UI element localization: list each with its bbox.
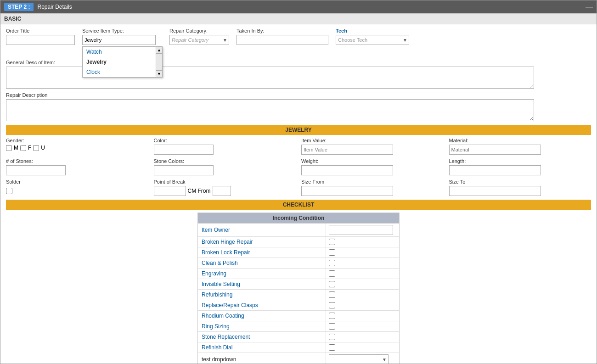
rhodium-value: [326, 311, 399, 321]
cm-from-input[interactable]: [213, 186, 231, 196]
item-value-input[interactable]: [301, 145, 393, 155]
replace-clasps-label: Replace/Repair Clasps: [198, 300, 326, 310]
checklist-row-rhodium: Rhodium Coating: [198, 311, 399, 321]
stone-colors-label: Stone Colors:: [154, 158, 296, 164]
main-content: Order Title Service Item Type: Jewelry W…: [0, 24, 597, 364]
weight-group: Weight:: [301, 158, 444, 175]
refinish-dial-checkbox[interactable]: [329, 344, 335, 351]
item-owner-input[interactable]: [329, 225, 393, 235]
checklist-wrapper: Incoming Condition Item Owner Broken Hin…: [6, 213, 591, 364]
engraving-checkbox[interactable]: [329, 270, 335, 277]
point-of-break-row: CM From: [154, 186, 296, 196]
stones-label: # of Stones:: [6, 158, 148, 164]
point-of-break-input[interactable]: [154, 186, 186, 196]
broken-hinge-checkbox[interactable]: [329, 239, 335, 245]
service-item-type-group: Service Item Type: Jewelry Watch Clock W…: [82, 28, 160, 45]
checklist-row-broken-lock: Broken Lock Repair: [198, 247, 399, 258]
test-dropdown-label: test dropdown: [198, 353, 326, 364]
jewelry-row1: Gender: M F U Color: Item Value: Ma: [6, 138, 591, 155]
jewelry-row3: Solder Point of Break CM From Size From …: [6, 179, 591, 196]
rhodium-checkbox[interactable]: [329, 313, 335, 319]
dropdown-scroll-down[interactable]: ▼: [156, 70, 162, 77]
ring-sizing-value: [326, 321, 399, 331]
ring-sizing-checkbox[interactable]: [329, 323, 335, 330]
weight-label: Weight:: [301, 158, 444, 164]
size-from-input[interactable]: [301, 186, 393, 196]
point-of-break-label: Point of Break: [154, 179, 296, 185]
checklist-row-replace-clasps: Replace/Repair Clasps: [198, 300, 399, 311]
refurbishing-checkbox[interactable]: [329, 291, 335, 298]
dropdown-item-clock[interactable]: Clock: [83, 67, 156, 77]
tech-select[interactable]: Choose Tech: [336, 35, 409, 45]
taken-in-by-input[interactable]: [237, 35, 328, 45]
checklist-row-engraving: Engraving: [198, 269, 399, 279]
test-dropdown-select[interactable]: [329, 354, 389, 364]
length-input[interactable]: [449, 165, 541, 175]
stones-group: # of Stones:: [6, 158, 148, 175]
broken-lock-checkbox[interactable]: [329, 249, 335, 256]
checklist-row-invisible-setting: Invisible Setting: [198, 279, 399, 290]
taken-in-by-label: Taken In By:: [237, 28, 328, 34]
material-input[interactable]: [449, 145, 541, 155]
gender-u-checkbox[interactable]: [33, 145, 39, 151]
color-group: Color:: [154, 138, 296, 155]
stone-colors-group: Stone Colors:: [154, 158, 296, 175]
item-value-group: Item Value:: [301, 138, 444, 155]
checklist-row-refinish-dial: Refinish Dial: [198, 342, 399, 353]
length-group: Length:: [449, 158, 591, 175]
replace-clasps-checkbox[interactable]: [329, 302, 335, 308]
repair-category-label: Repair Category:: [169, 28, 229, 34]
solder-checkbox[interactable]: [6, 188, 12, 194]
step-badge: STEP 2 :: [4, 3, 34, 11]
size-to-input[interactable]: [449, 186, 541, 196]
tech-label: Tech: [336, 28, 409, 34]
clean-polish-value: [326, 258, 399, 268]
material-label: Material:: [449, 138, 591, 143]
solder-label: Solder: [6, 179, 148, 185]
stone-replacement-checkbox[interactable]: [329, 334, 335, 340]
order-title-label: Order Title: [6, 28, 75, 34]
weight-input[interactable]: [301, 165, 393, 175]
color-label: Color:: [154, 138, 296, 143]
stones-input[interactable]: [6, 165, 66, 175]
gender-f-checkbox[interactable]: [20, 145, 26, 151]
dropdown-scroll-up[interactable]: ▲: [156, 47, 162, 54]
checklist-header: Incoming Condition: [198, 213, 399, 224]
dropdown-item-watch[interactable]: Watch: [83, 47, 156, 57]
basic-section-header: BASIC: [0, 13, 597, 24]
taken-in-by-group: Taken In By:: [237, 28, 328, 45]
stone-replacement-value: [326, 332, 399, 342]
refurbishing-label: Refurbishing: [198, 290, 326, 300]
gender-f-label: F: [28, 145, 31, 151]
size-from-label: Size From: [301, 179, 444, 185]
item-value-label: Item Value:: [301, 138, 444, 143]
size-from-group: Size From: [301, 179, 444, 196]
order-title-group: Order Title: [6, 28, 75, 45]
close-button[interactable]: —: [586, 3, 593, 11]
color-input[interactable]: [154, 145, 214, 155]
checklist-row-stone-replacement: Stone Replacement: [198, 332, 399, 342]
service-item-type-wrapper: Jewelry Watch Clock: [82, 35, 160, 45]
titlebar: STEP 2 : Repair Details —: [0, 0, 597, 13]
checklist-row-test-dropdown: test dropdown ▼: [198, 353, 399, 364]
repair-category-wrapper: Repair Category ▼: [169, 35, 229, 45]
order-title-input[interactable]: [6, 35, 75, 45]
ring-sizing-label: Ring Sizing: [198, 321, 326, 331]
gender-m-label: M: [14, 145, 18, 151]
replace-clasps-value: [326, 300, 399, 310]
refurbishing-value: [326, 290, 399, 300]
broken-lock-label: Broken Lock Repair: [198, 247, 326, 258]
repair-desc-label: Repair Description: [6, 92, 591, 98]
stone-colors-input[interactable]: [154, 165, 214, 175]
checklist-row-item-owner: Item Owner: [198, 224, 399, 237]
gender-m-checkbox[interactable]: [6, 145, 12, 151]
invisible-setting-checkbox[interactable]: [329, 281, 335, 287]
service-item-type-label: Service Item Type:: [82, 28, 160, 34]
refinish-dial-label: Refinish Dial: [198, 342, 326, 353]
repair-desc-textarea[interactable]: [6, 99, 534, 121]
checklist-band: CHECKLIST: [6, 200, 591, 210]
clean-polish-checkbox[interactable]: [329, 260, 335, 266]
repair-category-select[interactable]: Repair Category: [169, 35, 229, 45]
service-item-type-select[interactable]: Jewelry Watch Clock: [82, 35, 156, 45]
dropdown-item-jewelry[interactable]: Jewelry: [83, 57, 156, 67]
